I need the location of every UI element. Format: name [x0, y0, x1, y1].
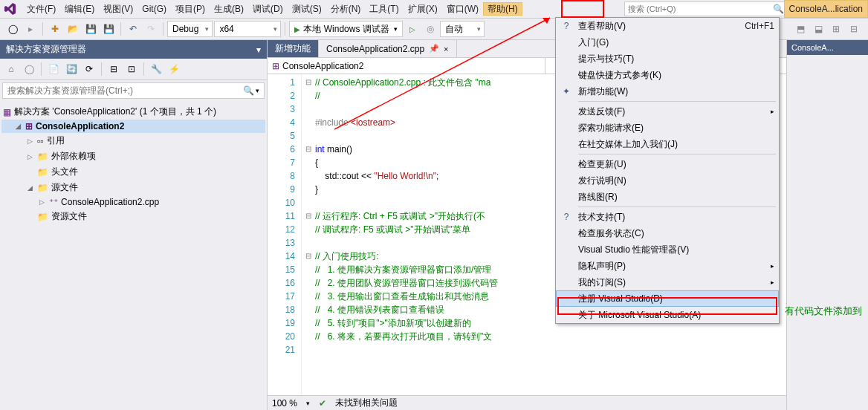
solution-node[interactable]: ▦ 解决方案 'ConsoleApplication2' (1 个项目，共 1 …: [1, 104, 265, 120]
menu-GitG[interactable]: Git(G): [137, 2, 171, 16]
ext-node[interactable]: ▷📁外部依赖项: [1, 149, 265, 164]
help-item[interactable]: 在社交媒体上加入我们(J): [556, 136, 779, 152]
expand-icon[interactable]: ◢: [13, 123, 22, 130]
show-all-icon[interactable]: ⊡: [123, 61, 140, 77]
close-icon[interactable]: ×: [444, 45, 448, 53]
menu-测试S[interactable]: 测试(S): [288, 2, 326, 16]
help-item[interactable]: 隐私声明(P)▸: [556, 258, 779, 274]
collapse-icon[interactable]: ⊟: [106, 61, 122, 77]
home-icon[interactable]: ⌂: [3, 61, 19, 77]
tab-cpp[interactable]: ConsoleApplication2.cpp📌×: [319, 40, 457, 57]
help-item[interactable]: Visual Studio 性能管理器(V): [556, 241, 779, 258]
fold-column[interactable]: ⊟⊟⊟⊟: [302, 74, 315, 410]
src-node[interactable]: ◢📁源文件: [1, 180, 265, 195]
expand-icon[interactable]: ▷: [37, 198, 46, 206]
redo-icon[interactable]: ↷: [143, 21, 159, 37]
play-nodbg-icon[interactable]: ▷: [404, 21, 421, 37]
expand-icon[interactable]: ▷: [25, 137, 34, 145]
hdr-node[interactable]: 📁头文件: [1, 164, 265, 180]
refs-node[interactable]: ▷▫▫引用: [1, 133, 265, 149]
platform-combo[interactable]: x64: [214, 21, 281, 37]
menu-文件F[interactable]: 文件(F): [22, 2, 60, 16]
zoom-level[interactable]: 100 %: [272, 398, 297, 409]
project-icon: ⊞: [25, 121, 33, 131]
explorer-search[interactable]: 🔍 ▾: [2, 82, 265, 99]
r-tool2-icon[interactable]: ⬓: [810, 21, 826, 37]
help-item[interactable]: ✦新增功能(W): [556, 83, 779, 100]
fwd-icon[interactable]: ▸: [22, 21, 39, 37]
search-box[interactable]: 🔍: [624, 1, 788, 16]
help-item[interactable]: 入门(G): [556, 34, 779, 51]
refresh-icon[interactable]: ⟳: [81, 61, 97, 77]
help-item[interactable]: ?查看帮助(V)Ctrl+F1: [556, 18, 779, 34]
preview-icon[interactable]: ⚡: [166, 61, 182, 77]
menu-帮助H[interactable]: 帮助(H): [483, 2, 522, 16]
menu-扩展X[interactable]: 扩展(X): [404, 2, 442, 16]
props-icon[interactable]: 🔧: [148, 61, 164, 77]
overflow-text: 有代码文件添加到: [785, 305, 862, 318]
menu-分析N[interactable]: 分析(N): [326, 2, 366, 16]
r-tool3-icon[interactable]: ⊞: [828, 21, 844, 37]
folder-icon: 📁: [37, 212, 48, 222]
help-item[interactable]: 注册 Visual Studio(D): [556, 290, 779, 307]
help-item[interactable]: 路线图(R): [556, 189, 779, 205]
start-debug-button[interactable]: ▶ 本地 Windows 调试器 ▾: [289, 21, 402, 37]
tab-whatsnew[interactable]: 新增功能: [268, 40, 319, 57]
right-doc-tab[interactable]: ConsoleA...lication: [784, 0, 868, 18]
expand-icon[interactable]: ◢: [25, 184, 34, 192]
open-icon[interactable]: 📂: [65, 21, 81, 37]
cpp-icon: ⁺⁺: [49, 197, 58, 207]
solution-tree[interactable]: ▦ 解决方案 'ConsoleApplication2' (1 个项目，共 1 …: [0, 101, 267, 410]
res-node[interactable]: 📁资源文件: [1, 209, 265, 224]
config-combo[interactable]: Debug: [167, 21, 213, 37]
panel-menu-icon[interactable]: ▾: [256, 45, 261, 55]
back-icon[interactable]: ◯: [4, 21, 21, 37]
expand-icon[interactable]: ▷: [25, 153, 34, 160]
help-item[interactable]: 关于 Microsoft Visual Studio(A): [556, 307, 779, 323]
target-icon[interactable]: ◎: [422, 21, 438, 37]
cpp-file-node[interactable]: ▷⁺⁺ConsoleApplication2.cpp: [1, 195, 265, 209]
menu-工具T[interactable]: 工具(T): [365, 2, 403, 16]
pin-icon[interactable]: 📌: [429, 44, 439, 53]
undo-icon[interactable]: ↶: [125, 21, 141, 37]
help-item[interactable]: 发行说明(N): [556, 172, 779, 189]
ok-icon: ✔: [319, 398, 326, 409]
help-item[interactable]: 我的订阅(S)▸: [556, 274, 779, 290]
explorer-search-input[interactable]: [7, 85, 243, 96]
menu-视图V[interactable]: 视图(V): [99, 2, 137, 16]
help-item[interactable]: 键盘快捷方式参考(K): [556, 67, 779, 83]
menu-编辑E[interactable]: 编辑(E): [60, 2, 99, 16]
explorer-toolbar: ⌂ ◯ 📄 🔄 ⟳ ⊟ ⊡ 🔧 ⚡: [0, 59, 267, 80]
menu-项目P[interactable]: 项目(P): [171, 2, 210, 16]
help-item[interactable]: ?技术支持(T): [556, 209, 779, 225]
vs-logo-icon: [3, 1, 18, 16]
project-node[interactable]: ◢ ⊞ ConsoleApplication2: [1, 120, 265, 133]
folder-icon: 📁: [37, 183, 48, 193]
folder-icon: 📁: [37, 167, 48, 178]
switch-icon[interactable]: 📄: [45, 61, 62, 77]
issues-text: 未找到相关问题: [335, 397, 398, 409]
help-item[interactable]: 检查更新(U): [556, 156, 779, 172]
save-icon[interactable]: 💾: [82, 21, 99, 37]
solution-icon: ▦: [3, 107, 11, 117]
line-gutter: 123456789101112131415161718192021: [268, 74, 302, 410]
menu-生成B[interactable]: 生成(B): [210, 2, 248, 16]
search-icon: 🔍: [773, 4, 784, 14]
scope-combo[interactable]: ⊞ConsoleApplication2: [268, 58, 545, 74]
save-all-icon[interactable]: 💾: [100, 21, 117, 37]
search-input[interactable]: [628, 4, 773, 13]
r-tool1-icon[interactable]: ⬒: [792, 21, 809, 37]
help-item[interactable]: 检查服务状态(C): [556, 225, 779, 241]
back2-icon[interactable]: ◯: [21, 61, 37, 77]
status-bar: 100 % ▾ ✔ 未找到相关问题: [268, 395, 868, 410]
solution-explorer-title: 解决方案资源管理器▾: [0, 40, 267, 59]
help-item[interactable]: 探索功能请求(E): [556, 120, 779, 136]
help-item[interactable]: 提示与技巧(T): [556, 51, 779, 67]
menu-调试D[interactable]: 调试(D): [248, 2, 288, 16]
auto-combo[interactable]: 自动: [440, 21, 485, 37]
new-item-icon[interactable]: ✚: [47, 21, 63, 37]
menu-窗口W[interactable]: 窗口(W): [442, 2, 483, 16]
sync-icon[interactable]: 🔄: [63, 61, 80, 77]
r-tool4-icon[interactable]: ⊟: [846, 21, 862, 37]
help-item[interactable]: 发送反馈(F)▸: [556, 103, 779, 120]
